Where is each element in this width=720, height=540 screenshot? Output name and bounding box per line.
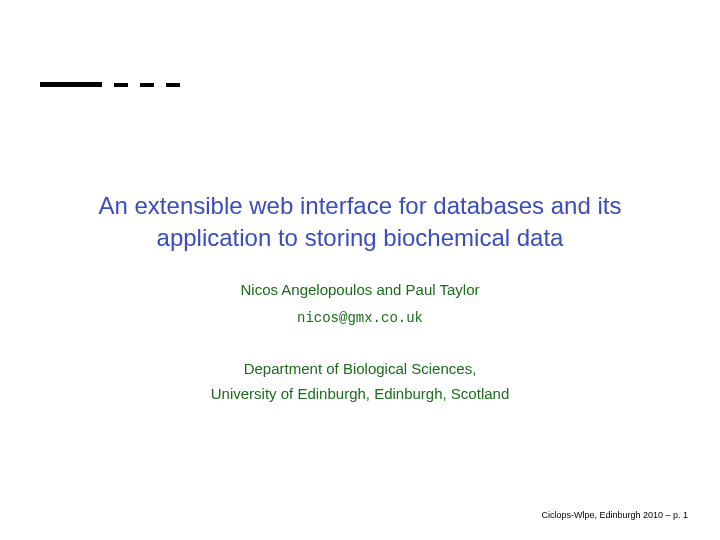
affiliation-line: Department of Biological Sciences,: [50, 356, 670, 382]
slide-title: An extensible web interface for database…: [50, 190, 670, 255]
slide-email: nicos@gmx.co.uk: [50, 310, 670, 326]
decoration-dash: [114, 83, 128, 87]
affiliation-line: University of Edinburgh, Edinburgh, Scot…: [50, 381, 670, 407]
slide-footer: Ciclops-Wlpe, Edinburgh 2010 – p. 1: [541, 510, 688, 520]
decoration-dash: [140, 83, 154, 87]
slide-content: An extensible web interface for database…: [0, 190, 720, 407]
decoration-dashes: [114, 83, 180, 87]
slide-authors: Nicos Angelopoulos and Paul Taylor: [50, 281, 670, 298]
slide-affiliation: Department of Biological Sciences, Unive…: [50, 356, 670, 407]
slide-decoration: [40, 82, 180, 87]
decoration-line: [40, 82, 102, 87]
decoration-dash: [166, 83, 180, 87]
